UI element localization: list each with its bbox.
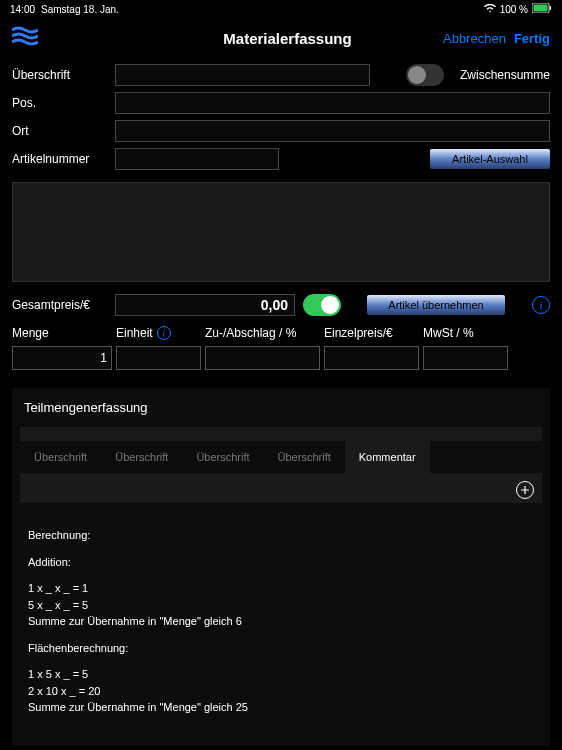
price-info-icon[interactable]: i [532, 296, 550, 314]
subtotal-toggle-label: Zwischensumme [460, 68, 550, 82]
calc-area-sum: Summe zur Übernahme in "Menge" gleich 25 [28, 699, 534, 716]
adopt-article-button[interactable]: Artikel übernehmen [367, 295, 505, 315]
ort-input[interactable] [115, 120, 550, 142]
done-button[interactable]: Fertig [514, 31, 550, 46]
pos-input[interactable] [115, 92, 550, 114]
mwst-input[interactable] [423, 346, 508, 370]
calc-area-line-1: 1 x 5 x _ = 5 [28, 666, 534, 683]
ort-label: Ort [12, 124, 107, 138]
calc-addition-title: Addition: [28, 554, 534, 571]
article-number-input[interactable] [115, 148, 279, 170]
tab-heading-1[interactable]: Überschrift [20, 441, 101, 473]
einzelpreis-input[interactable] [324, 346, 419, 370]
einheit-header: Einheit [116, 326, 153, 340]
partial-quantity-bar [20, 427, 542, 441]
status-time: 14:00 [10, 4, 35, 15]
calc-add-line-1: 1 x _ x _ = 1 [28, 580, 534, 597]
tab-heading-2[interactable]: Überschrift [101, 441, 182, 473]
tab-comment[interactable]: Kommentar [345, 441, 430, 473]
status-bar: 14:00 Samstag 18. Jan. 100 % [0, 0, 562, 18]
zuschlag-input[interactable] [205, 346, 320, 370]
add-icon[interactable] [516, 481, 534, 499]
heading-input[interactable] [115, 64, 370, 86]
calc-title: Berechnung: [28, 527, 534, 544]
svg-rect-1 [534, 5, 548, 12]
menge-header: Menge [12, 326, 112, 340]
battery-text: 100 % [500, 4, 528, 15]
article-select-button[interactable]: Artikel-Auswahl [430, 149, 550, 169]
total-price-label: Gesamtpreis/€ [12, 298, 107, 312]
mwst-header: MwSt / % [423, 326, 508, 340]
partial-quantity-title: Teilmengenerfassung [20, 400, 542, 415]
tab-content-area [20, 473, 542, 503]
status-date: Samstag 18. Jan. [41, 4, 119, 15]
nav-bar: Materialerfassung Abbrechen Fertig [0, 18, 562, 58]
description-textarea[interactable] [12, 182, 550, 282]
wifi-icon [484, 4, 496, 15]
menge-input[interactable] [12, 346, 112, 370]
tab-row: Überschrift Überschrift Überschrift Über… [20, 441, 542, 473]
calc-area-line-2: 2 x 10 x _ = 20 [28, 683, 534, 700]
tab-heading-3[interactable]: Überschrift [182, 441, 263, 473]
zuschlag-header: Zu-/Abschlag / % [205, 326, 320, 340]
einzelpreis-header: Einzelpreis/€ [324, 326, 419, 340]
calculation-block: Berechnung: Addition: 1 x _ x _ = 1 5 x … [20, 503, 542, 734]
total-price-input[interactable] [115, 294, 295, 316]
tab-heading-4[interactable]: Überschrift [264, 441, 345, 473]
subtotal-toggle[interactable] [406, 64, 444, 86]
app-logo-icon [12, 32, 38, 49]
einheit-input[interactable] [116, 346, 201, 370]
nav-title: Materialerfassung [132, 30, 443, 47]
article-number-label: Artikelnummer [12, 152, 107, 166]
einheit-info-icon[interactable]: i [157, 326, 171, 340]
calc-add-sum: Summe zur Übernahme in "Menge" gleich 6 [28, 613, 534, 630]
heading-label: Überschrift [12, 68, 107, 82]
pos-label: Pos. [12, 96, 107, 110]
price-toggle[interactable] [303, 294, 341, 316]
battery-icon [532, 3, 552, 15]
calc-area-title: Flächenberechnung: [28, 640, 534, 657]
calc-add-line-2: 5 x _ x _ = 5 [28, 597, 534, 614]
svg-rect-2 [550, 6, 552, 10]
cancel-button[interactable]: Abbrechen [443, 31, 506, 46]
